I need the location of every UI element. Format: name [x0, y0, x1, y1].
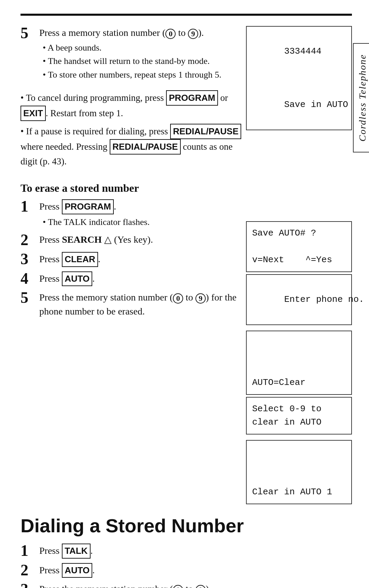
circle-0-top: 0: [165, 29, 176, 39]
spacer-right-3: [246, 437, 352, 440]
exit-key: EXIT: [20, 106, 46, 121]
circle-0-dial: 0: [173, 585, 183, 588]
dial-step-2: 2 Press AUTO.: [20, 563, 352, 579]
dial-step-3-content: Press the memory station number (0 to 9)…: [39, 582, 352, 588]
erase-step-4-text: Press AUTO.: [39, 271, 246, 286]
display-box-3: Enter phone no.: [246, 274, 352, 325]
sidebar-tab: Cordless Telephone: [353, 43, 369, 152]
circle-9-erase: 9: [195, 293, 206, 304]
erase-step-1-text: Press PROGRAM.: [39, 199, 246, 214]
erase-step-num-1: 1: [20, 198, 39, 215]
dial-step-3-text: Press the memory station number (0 to 9)…: [39, 582, 352, 588]
top-border: [20, 14, 352, 16]
dial-step-2-content: Press AUTO.: [39, 563, 352, 578]
dial-step-num-3: 3: [20, 581, 39, 588]
erase-step-5-text: Press the memory station number (0 to 9)…: [39, 291, 246, 318]
redial-pause-key-2: REDIAL/PAUSE: [110, 139, 181, 155]
spacer-right-1: [246, 132, 352, 221]
step-5-top-text: Press a memory station number (0 to 9).: [39, 26, 246, 40]
erase-step-num-4: 4: [20, 270, 39, 288]
erase-step-num-3: 3: [20, 251, 39, 268]
erase-step-1-bullets: The TALK indicator flashes.: [43, 216, 246, 229]
auto-key: AUTO: [62, 271, 92, 286]
erase-step-1: 1 Press PROGRAM. The TALK indicator flas…: [20, 199, 246, 229]
spacer-right-2: [246, 327, 352, 331]
dial-step-3: 3 Press the memory station number (0 to …: [20, 582, 352, 588]
step-number-5-top: 5: [20, 25, 39, 42]
erase-step-3: 3 Press CLEAR.: [20, 252, 246, 268]
erase-step-5: 5 Press the memory station number (0 to …: [20, 291, 246, 318]
dial-step-1: 1 Press TALK.: [20, 544, 352, 560]
erase-step-2: 2 Press SEARCH △ (Yes key).: [20, 233, 246, 249]
circle-9-top: 9: [188, 29, 198, 39]
dialing-heading: Dialing a Stored Number: [20, 514, 352, 537]
display-box-2: Save AUTO# ? v=Next ^=Yes: [246, 221, 352, 272]
program-key-1: PROGRAM: [166, 90, 218, 106]
redial-pause-key-1: REDIAL/PAUSE: [170, 124, 241, 139]
search-key: SEARCH: [62, 234, 102, 245]
bullet-handset: The handset will return to the stand-by …: [43, 55, 246, 68]
erase-step-2-content: Press SEARCH △ (Yes key).: [39, 233, 246, 247]
dial-step-1-content: Press TALK.: [39, 544, 352, 559]
step-5-top-content: Press a memory station number (0 to 9). …: [39, 26, 246, 82]
erase-step-1-content: Press PROGRAM. The TALK indicator flashe…: [39, 199, 246, 229]
circle-0-erase: 0: [173, 293, 183, 304]
right-column: 3334444 Save in AUTO 1 Save AUTO# ? v=Ne…: [246, 26, 352, 504]
dial-step-2-text: Press AUTO.: [39, 563, 352, 578]
dial-step-1-text: Press TALK.: [39, 544, 352, 559]
erase-step-5-content: Press the memory station number (0 to 9)…: [39, 291, 246, 318]
step-5-top: 5 Press a memory station number (0 to 9)…: [20, 26, 246, 82]
bullet-beep: A beep sounds.: [43, 41, 246, 54]
step-5-top-bullets: A beep sounds. The handset will return t…: [43, 41, 246, 81]
erase-step-4-content: Press AUTO.: [39, 271, 246, 286]
erase-step-num-2: 2: [20, 231, 39, 249]
dial-step-num-2: 2: [20, 562, 39, 579]
dial-step-num-1: 1: [20, 542, 39, 560]
auto-key-dial: AUTO: [62, 563, 92, 578]
talk-key: TALK: [62, 544, 90, 559]
main-layout: 5 Press a memory station number (0 to 9)…: [20, 26, 352, 504]
clear-key: CLEAR: [62, 252, 98, 267]
display-box-5: Select 0-9 to clear in AUTO: [246, 397, 352, 435]
erase-step-num-5: 5: [20, 289, 39, 307]
search-triangle: △: [104, 234, 112, 245]
erase-step-3-content: Press CLEAR.: [39, 252, 246, 267]
program-key-erase: PROGRAM: [62, 199, 114, 214]
left-column: 5 Press a memory station number (0 to 9)…: [20, 26, 246, 504]
note-pause: • If a pause is required for dialing, pr…: [20, 124, 246, 169]
circle-9-dial: 9: [195, 585, 206, 588]
erase-step-2-text: Press SEARCH △ (Yes key).: [39, 233, 246, 247]
bullet-repeat: To store other numbers, repeat steps 1 t…: [43, 68, 246, 81]
display-box-1: 3334444 Save in AUTO 1: [246, 26, 352, 130]
erase-step-4: 4 Press AUTO.: [20, 271, 246, 288]
erase-step-1-bullet: The TALK indicator flashes.: [43, 216, 246, 229]
display-box-6: Clear in AUTO 1: [246, 440, 352, 504]
erase-step-3-text: Press CLEAR.: [39, 252, 246, 267]
erase-section-title: To erase a stored number: [20, 182, 246, 195]
note-cancel: • To cancel during programming, press PR…: [20, 90, 246, 121]
display-box-4: AUTO=Clear: [246, 331, 352, 395]
